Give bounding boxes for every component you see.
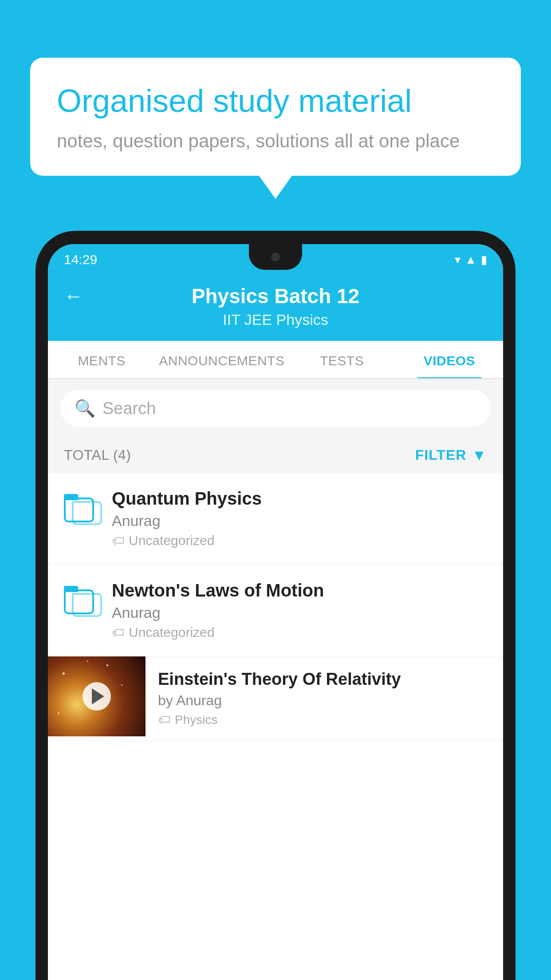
list-item[interactable]: Quantum Physics Anurag 🏷 Uncategorized [48,473,503,565]
speech-bubble: Organised study material notes, question… [30,58,521,176]
video-thumbnail [48,656,146,736]
play-icon [92,688,104,704]
phone-inner: 14:29 ▾ ▲ ▮ ← Physics Batch 12 IIT JEE P… [48,244,503,980]
tag-label: Physics [175,713,217,727]
tab-announcements[interactable]: ANNOUNCEMENTS [155,341,288,378]
filter-icon: ▼ [472,447,487,464]
battery-icon: ▮ [481,253,487,267]
video-title: Newton's Laws of Motion [112,581,487,601]
tag-label: Uncategorized [129,625,214,640]
status-time: 14:29 [64,252,97,267]
tabs-bar: MENTS ANNOUNCEMENTS TESTS VIDEOS [48,341,503,379]
total-count: TOTAL (4) [64,447,131,463]
video-author: Anurag [112,512,487,530]
folder-icon [64,583,102,617]
filter-label: FILTER [415,447,467,463]
back-button[interactable]: ← [64,285,83,307]
video-tag: 🏷 Uncategorized [112,533,487,548]
signal-icon: ▲ [465,253,476,267]
tab-videos[interactable]: VIDEOS [396,341,503,378]
video-title: Einstein's Theory Of Relativity [158,670,491,689]
search-placeholder: Search [102,399,156,418]
list-item-thumb[interactable]: Einstein's Theory Of Relativity by Anura… [48,656,503,741]
bubble-title: Organised study material [57,82,494,120]
filter-row: TOTAL (4) FILTER ▼ [48,438,503,473]
header-subtitle: IIT JEE Physics [64,311,487,328]
item-content: Quantum Physics Anurag 🏷 Uncategorized [112,489,487,548]
list-item[interactable]: Newton's Laws of Motion Anurag 🏷 Uncateg… [48,565,503,656]
folder-icon-wrap [64,583,99,619]
folder-icon-wrap [64,491,99,527]
video-list: Quantum Physics Anurag 🏷 Uncategorized [48,473,503,741]
tag-icon: 🏷 [158,712,170,727]
video-tag: 🏷 Physics [158,712,491,727]
speech-bubble-container: Organised study material notes, question… [30,58,521,176]
tag-icon: 🏷 [112,533,124,548]
app-header: ← Physics Batch 12 IIT JEE Physics [48,275,503,341]
header-title: Physics Batch 12 [64,284,487,308]
search-bar[interactable]: 🔍 Search [60,390,491,427]
camera-dot [271,253,280,261]
tag-label: Uncategorized [129,533,214,548]
video-tag: 🏷 Uncategorized [112,625,487,640]
thumb-content: Einstein's Theory Of Relativity by Anura… [146,656,503,740]
tab-ments[interactable]: MENTS [48,341,155,378]
search-icon: 🔍 [75,399,95,418]
video-author: by Anurag [158,692,491,709]
phone-frame: 14:29 ▾ ▲ ▮ ← Physics Batch 12 IIT JEE P… [35,231,516,980]
folder-icon [64,491,102,525]
status-icons: ▾ ▲ ▮ [455,253,487,267]
video-title: Quantum Physics [112,489,487,509]
play-button[interactable] [83,682,111,711]
status-bar: 14:29 ▾ ▲ ▮ [48,244,503,275]
bubble-subtitle: notes, question papers, solutions all at… [57,130,494,152]
item-content: Newton's Laws of Motion Anurag 🏷 Uncateg… [112,581,487,640]
tag-icon: 🏷 [112,625,124,640]
search-container: 🔍 Search [48,379,503,438]
filter-button[interactable]: FILTER ▼ [415,447,487,464]
video-author: Anurag [112,604,487,621]
wifi-icon: ▾ [455,253,460,267]
tab-tests[interactable]: TESTS [288,341,395,378]
phone-notch [249,244,302,270]
